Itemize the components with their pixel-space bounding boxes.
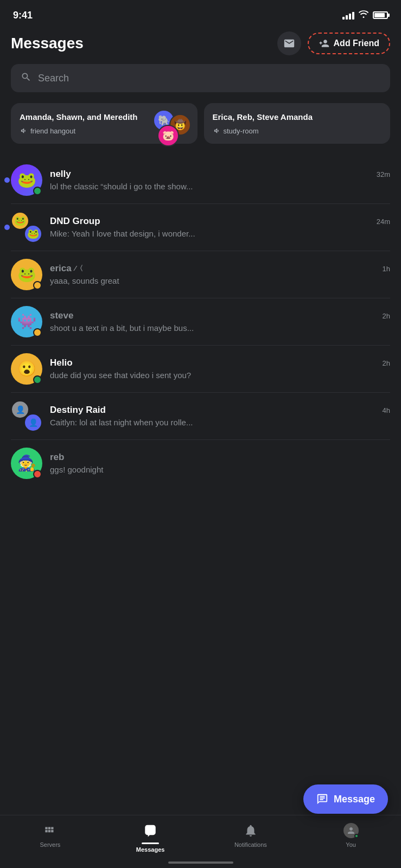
nav-label-servers: Servers — [40, 841, 60, 848]
you-status-dot — [354, 834, 359, 838]
nav-active-indicator — [142, 843, 159, 844]
servers-nav-icon — [41, 822, 59, 839]
status-indicator-erica — [33, 281, 42, 290]
msg-name-steve: steve — [50, 310, 73, 321]
status-indicator-steve — [33, 328, 42, 337]
msg-top-destiny: Destiny Raid 4h — [50, 405, 390, 416]
status-icons — [342, 10, 388, 20]
avatar-wrap-reb: 🧙 — [11, 448, 42, 479]
search-placeholder: Search — [38, 73, 69, 84]
status-indicator-helio — [33, 375, 42, 384]
you-nav-icon — [342, 822, 360, 839]
search-icon — [21, 72, 31, 85]
msg-time-helio: 2h — [383, 359, 390, 367]
home-indicator — [168, 861, 233, 864]
voice-card-2[interactable]: Erica, Reb, Steve Amanda study-room — [204, 103, 391, 144]
messages-nav-icon — [142, 822, 159, 839]
nav-label-you: You — [346, 841, 356, 848]
msg-content-helio: Helio 2h dude did you see that video i s… — [50, 358, 390, 380]
voice-card-1[interactable]: Amanda, Shawn, and Meredith friend hango… — [11, 103, 198, 144]
search-bar[interactable]: Search — [11, 64, 390, 92]
message-fab-button[interactable]: Message — [303, 784, 388, 814]
msg-time-erica: 1h — [383, 265, 390, 273]
avatar-wrap-erica: 🐸 — [11, 259, 42, 290]
speaker-icon-2 — [213, 127, 220, 135]
add-friend-button[interactable]: Add Friend — [308, 33, 390, 54]
unread-dot-dnd — [4, 225, 10, 230]
unread-dot — [4, 177, 10, 183]
msg-time-steve: 2h — [383, 312, 390, 320]
nav-label-messages: Messages — [136, 846, 165, 853]
voice-card-2-channel: study-room — [213, 127, 382, 135]
msg-name-helio: Helio — [50, 358, 73, 368]
header: Messages Add Friend — [0, 27, 401, 64]
voice-card-1-avatars: 🐘 🤠 🐷 — [148, 110, 191, 148]
msg-top-nelly: nelly 32m — [50, 169, 390, 180]
message-list: 🐸 nelly 32m lol the classic “should i go… — [0, 157, 401, 541]
msg-content-steve: steve 2h shoot u a text in a bit, but i … — [50, 310, 390, 333]
msg-top-dnd: DND Group 24m — [50, 216, 390, 227]
voice-card-2-label: study-room — [224, 127, 259, 135]
msg-time-nelly: 32m — [377, 170, 390, 178]
msg-top-helio: Helio 2h — [50, 358, 390, 368]
mail-button[interactable] — [277, 31, 301, 55]
fab-message-icon — [316, 793, 328, 805]
msg-time-dnd: 24m — [377, 218, 390, 226]
wifi-icon — [359, 10, 368, 20]
msg-content-reb: reb ggs! goodnight — [50, 452, 390, 474]
message-item-steve[interactable]: 👾 steve 2h shoot u a text in a bit, but … — [0, 298, 401, 345]
bottom-nav: Servers Messages Notifications — [0, 815, 401, 868]
avatar-wrap-steve: 👾 — [11, 306, 42, 337]
message-item-destiny[interactable]: 👤 👤 Destiny Raid 4h Caitlyn: lol at last… — [0, 393, 401, 439]
msg-name-dnd: DND Group — [50, 216, 100, 227]
voice-avatar-1-3: 🐷 — [157, 125, 179, 146]
speaker-icon — [20, 127, 27, 135]
status-time: 9:41 — [13, 10, 33, 21]
msg-preview-erica: yaaa, sounds great — [50, 276, 390, 285]
voice-channels: Amanda, Shawn, and Meredith friend hango… — [0, 103, 401, 157]
msg-preview-steve: shoot u a text in a bit, but i maybe bus… — [50, 323, 390, 333]
nav-item-messages[interactable]: Messages — [100, 822, 201, 853]
mail-icon — [283, 37, 295, 49]
msg-name-nelly: nelly — [50, 169, 71, 180]
nav-item-you[interactable]: You — [301, 822, 401, 848]
msg-content-erica: erica ⁄〈 1h yaaa, sounds great — [50, 263, 390, 285]
msg-content-nelly: nelly 32m lol the classic “should i go t… — [50, 169, 390, 191]
message-item-helio[interactable]: 😮 Helio 2h dude did you see that video i… — [0, 346, 401, 392]
mute-icon: ⁄〈 — [75, 264, 83, 273]
msg-preview-helio: dude did you see that video i sent you? — [50, 371, 390, 380]
page-title: Messages — [11, 35, 84, 52]
avatar-wrap-destiny: 👤 👤 — [11, 400, 42, 432]
msg-content-dnd: DND Group 24m Mike: Yeah I love that des… — [50, 216, 390, 238]
nav-label-notifications: Notifications — [234, 841, 267, 848]
status-indicator-nelly — [33, 187, 42, 195]
header-actions: Add Friend — [277, 31, 390, 55]
nav-item-servers[interactable]: Servers — [0, 822, 100, 848]
notifications-nav-icon — [242, 822, 259, 839]
msg-top-reb: reb — [50, 452, 390, 463]
battery-icon — [373, 11, 388, 19]
message-item-erica[interactable]: 🐸 erica ⁄〈 1h yaaa, sounds great — [0, 251, 401, 298]
msg-name-destiny: Destiny Raid — [50, 405, 106, 416]
msg-preview-nelly: lol the classic “should i go to the show… — [50, 182, 390, 191]
msg-preview-reb: ggs! goodnight — [50, 465, 390, 474]
msg-preview-destiny: Caitlyn: lol at last night when you roll… — [50, 418, 390, 427]
nav-item-notifications[interactable]: Notifications — [201, 822, 301, 848]
msg-name-erica: erica ⁄〈 — [50, 263, 83, 274]
msg-top-steve: steve 2h — [50, 310, 390, 321]
message-item-dnd[interactable]: 🐸 🐸 DND Group 24m Mike: Yeah I love that… — [0, 204, 401, 251]
msg-top-erica: erica ⁄〈 1h — [50, 263, 390, 274]
status-indicator-reb — [33, 470, 42, 478]
group-avatar-destiny-2: 👤 — [24, 413, 42, 432]
status-bar: 9:41 — [0, 0, 401, 27]
signal-icon — [342, 11, 354, 20]
message-item-reb[interactable]: 🧙 reb ggs! goodnight — [0, 440, 401, 487]
voice-card-2-names: Erica, Reb, Steve Amanda — [213, 112, 382, 123]
message-item-nelly[interactable]: 🐸 nelly 32m lol the classic “should i go… — [0, 157, 401, 203]
voice-card-1-label: friend hangout — [30, 127, 75, 135]
avatar-wrap-nelly: 🐸 — [11, 164, 42, 196]
avatar-wrap-dnd: 🐸 🐸 — [11, 212, 42, 243]
msg-time-destiny: 4h — [383, 406, 390, 414]
search-container: Search — [0, 64, 401, 103]
add-friend-icon — [319, 38, 329, 49]
